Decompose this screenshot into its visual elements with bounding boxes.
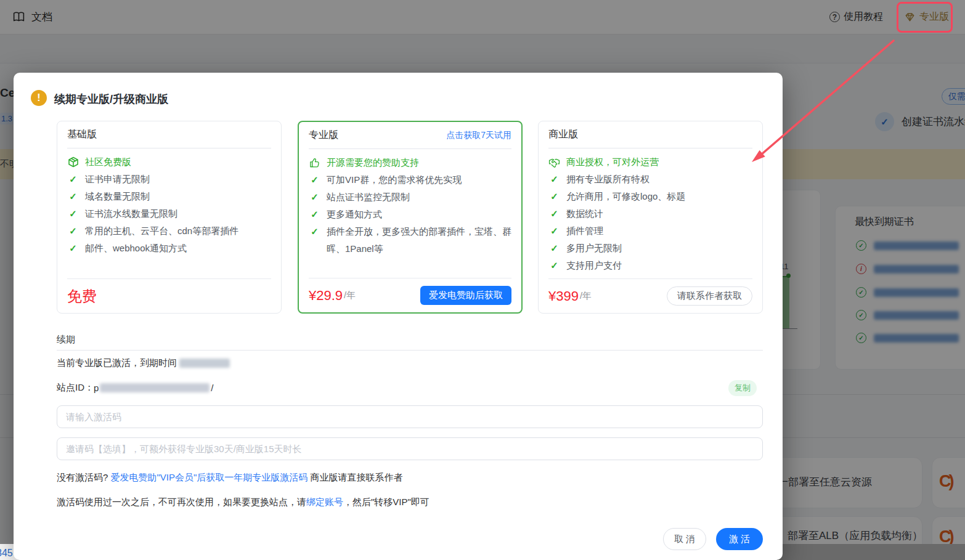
plan-feature: 数据统计 xyxy=(548,205,752,222)
check-icon xyxy=(67,188,79,205)
price-row: ¥399 /年 请联系作者获取 xyxy=(548,278,752,313)
plan-feature: 允许商用，可修改logo、标题 xyxy=(548,188,752,205)
plan-feature: 常用的主机、云平台、cdn等部署插件 xyxy=(67,222,271,240)
check-icon xyxy=(548,205,560,222)
check-icon xyxy=(548,240,560,257)
plan-price: ¥29.9 xyxy=(309,288,343,304)
check-icon xyxy=(548,222,560,240)
upgrade-dialog: 续期专业版/升级商业版 基础版 社区免费版 证书申请无限制 域名数量无限制 证书… xyxy=(14,73,783,560)
screen: 文档 使用教程 专业版 Cer 1.3 不明 仅需 xyxy=(0,0,965,560)
check-icon xyxy=(548,257,560,274)
check-icon xyxy=(67,222,79,240)
check-icon xyxy=(309,206,320,223)
corner-number: 345 xyxy=(0,548,13,559)
renew-divider xyxy=(57,350,763,351)
trial-link[interactable]: 点击获取7天试用 xyxy=(446,130,511,141)
help-line-1: 没有激活码? 爱发电赞助"VIP会员"后获取一年期专业版激活码 商业版请直接联系… xyxy=(57,472,403,484)
renew-section-label: 续期 xyxy=(57,334,75,346)
plan-highlight: 开源需要您的赞助支持 xyxy=(309,154,511,171)
plan-feature: 证书申请无限制 xyxy=(67,171,271,188)
bind-account-link[interactable]: 绑定账号 xyxy=(306,497,343,507)
plan-card-basic: 基础版 社区免费版 证书申请无限制 域名数量无限制 证书流水线数量无限制 常用的… xyxy=(57,121,282,314)
plan-feature: 域名数量无限制 xyxy=(67,188,271,205)
plan-feature: 站点证书监控无限制 xyxy=(309,189,511,206)
plan-highlight: 社区免费版 xyxy=(67,153,271,171)
check-icon xyxy=(309,171,320,189)
check-icon xyxy=(67,240,79,257)
thumbs-up-icon xyxy=(309,154,320,171)
plan-highlight: 商业授权，可对外运营 xyxy=(548,153,752,171)
plan-name: 商业版 xyxy=(548,128,578,141)
box-icon xyxy=(67,153,79,171)
site-id-line: 站点ID： p / xyxy=(57,382,214,394)
contact-author-button[interactable]: 请联系作者获取 xyxy=(667,286,752,306)
plan-name: 基础版 xyxy=(67,128,97,141)
activation-status-line: 当前专业版已激活，到期时间 xyxy=(57,357,230,369)
sponsor-get-button[interactable]: 爱发电赞助后获取 xyxy=(420,286,511,305)
copy-button[interactable]: 复制 xyxy=(728,380,757,396)
price-row: 免费 xyxy=(67,278,271,313)
sponsor-link[interactable]: 爱发电赞助"VIP会员"后获取一年期专业版激活码 xyxy=(111,472,308,482)
activate-button[interactable]: 激 活 xyxy=(716,528,763,550)
check-icon xyxy=(67,171,79,188)
plan-feature: 支持用户支付 xyxy=(548,257,752,274)
plan-feature: 插件全开放，更多强大的部署插件，宝塔、群晖、1Panel等 xyxy=(309,223,511,258)
plan-feature: 邮件、webhook通知方式 xyxy=(67,240,271,257)
activation-code-input[interactable] xyxy=(57,405,763,428)
plan-price-unit: /年 xyxy=(580,290,592,302)
blurred-expiry-date xyxy=(179,359,230,368)
check-icon xyxy=(309,223,320,258)
price-row: ¥29.9 /年 爱发电赞助后获取 xyxy=(309,278,511,312)
cancel-button[interactable]: 取 消 xyxy=(663,528,706,550)
plan-price: ¥399 xyxy=(548,288,579,304)
invite-code-input[interactable] xyxy=(57,437,763,460)
check-icon xyxy=(548,171,560,188)
check-icon xyxy=(548,188,560,205)
plan-feature: 多用户无限制 xyxy=(548,240,752,257)
check-icon xyxy=(67,205,79,222)
plan-price-unit: /年 xyxy=(344,290,356,301)
plan-feature: 拥有专业版所有特权 xyxy=(548,171,752,188)
help-line-2: 激活码使用过一次之后，不可再次使用，如果要更换站点，请绑定账号，然后"转移VIP… xyxy=(57,497,430,508)
dialog-title: 续期专业版/升级商业版 xyxy=(54,92,168,107)
plan-name: 专业版 xyxy=(309,129,338,142)
plan-feature: 可加VIP群，您的需求将优先实现 xyxy=(309,171,511,189)
plan-feature: 更多通知方式 xyxy=(309,206,511,223)
plan-feature: 证书流水线数量无限制 xyxy=(67,205,271,222)
plan-card-business: 商业版 商业授权，可对外运营 拥有专业版所有特权 允许商用，可修改logo、标题… xyxy=(538,121,763,314)
warning-icon xyxy=(31,90,47,106)
check-icon xyxy=(309,189,320,206)
plan-card-pro: 专业版 点击获取7天试用 开源需要您的赞助支持 可加VIP群，您的需求将优先实现… xyxy=(298,121,523,314)
handshake-icon xyxy=(548,153,560,171)
plan-price: 免费 xyxy=(67,286,97,306)
blurred-site-id xyxy=(100,383,210,392)
plan-feature: 插件管理 xyxy=(548,222,752,240)
